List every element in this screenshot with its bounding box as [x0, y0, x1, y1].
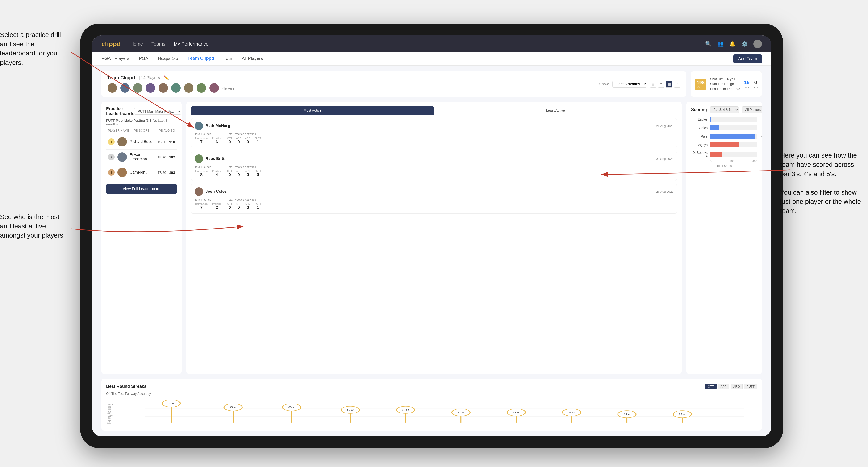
panel-title: Practice Leaderboards — [106, 106, 134, 116]
view-icon-card[interactable]: ▦ — [666, 81, 673, 88]
scoring-filter1[interactable]: Par 3, 4 & 5s — [710, 106, 739, 113]
nav-my-performance[interactable]: My Performance — [174, 41, 209, 47]
three-col: Practice Leaderboards PUTT Must Make Put… — [101, 102, 762, 374]
svg-text:4x: 4x — [458, 411, 465, 414]
subnav-pga[interactable]: PGA — [139, 56, 148, 62]
player-card-name: Blair McHarg — [195, 122, 230, 130]
navbar-icons: 🔍 👥 🔔 ⚙️ — [705, 40, 762, 48]
stats-row-2: Total Rounds Tournament 8 Practice 4 — [195, 165, 673, 177]
bar-track-eagles: 3 — [710, 117, 757, 122]
chart-x-title: Total Shots — [691, 164, 757, 167]
practice-leaderboards-panel: Practice Leaderboards PUTT Must Make Put… — [101, 102, 182, 374]
stat-practice: Practice 6 — [212, 137, 221, 145]
streaks-tab-app[interactable]: APP — [718, 383, 729, 390]
team-title: Team Clippd — [107, 75, 135, 81]
stats-values-activities-2: OTT 0 APP 0 ARG 0 — [227, 169, 261, 177]
shot-yds: 16 yds 0 yds — [744, 80, 758, 89]
people-icon[interactable]: 👥 — [717, 41, 724, 47]
navbar-links: Home Teams My Performance — [130, 41, 696, 47]
svg-text:6x: 6x — [288, 406, 295, 409]
player-avatar[interactable] — [120, 83, 130, 93]
tablet-screen: clippd Home Teams My Performance 🔍 👥 🔔 ⚙… — [92, 35, 771, 436]
stats-group-rounds-3: Total Rounds Tournament 7 Practice 2 — [195, 198, 221, 210]
stat-app-2: APP 0 — [236, 169, 241, 177]
team-count: | 14 Players — [139, 75, 160, 80]
add-team-button[interactable]: Add Team — [733, 55, 762, 63]
bar-value-bogeys: 311 — [762, 143, 762, 146]
leaderboard-subtitle: PUTT Must Make Putting (3-6 ft), Last 3 … — [106, 119, 177, 126]
shot-details: Shot Dist: 16 yds Start Lie: Rough End L… — [710, 76, 740, 92]
lb-avatar — [118, 137, 127, 147]
lb-columns: PLAYER NAME PB SCORE PB AVG SQ — [106, 129, 177, 132]
stat-tournament-3: Tournament 7 — [195, 203, 208, 210]
stat-practice-2: Practice 4 — [212, 169, 221, 177]
stats-row-3: Total Rounds Tournament 7 Practice 2 — [195, 198, 673, 210]
bar-track-birdies: 96 — [710, 125, 757, 130]
bar-label-eagles: Eagles — [691, 118, 708, 121]
brand-logo: clippd — [101, 40, 121, 48]
show-dropdown[interactable]: Last 3 months Last 6 months Last year — [612, 81, 647, 88]
streaks-tab-putt[interactable]: PUTT — [744, 383, 757, 390]
bar-row-dbogeys: D. Bogeys + 131 — [691, 151, 757, 158]
subnav-pgat[interactable]: PGAT Players — [101, 56, 129, 62]
player-avatar[interactable] — [107, 83, 118, 93]
svg-text:5x: 5x — [347, 408, 354, 411]
scoring-title: Scoring — [691, 107, 707, 112]
stat-arg-2: ARG 0 — [245, 169, 251, 177]
svg-text:3x: 3x — [679, 413, 686, 416]
edit-icon[interactable]: ✏️ — [164, 75, 169, 81]
streaks-title: Best Round Streaks — [106, 384, 147, 389]
view-icon-table[interactable]: ≡ — [658, 81, 664, 88]
streaks-tab-ott[interactable]: OTT — [705, 383, 717, 390]
stats-row: Total Rounds Tournament 7 Practice 6 — [195, 132, 673, 145]
bar-label-bogeys: Bogeys — [691, 143, 708, 147]
chart-x-labels: 0 200 400 — [691, 160, 757, 163]
tab-most-active[interactable]: Most Active — [191, 106, 434, 115]
panel-header: Practice Leaderboards PUTT Must Make Put… — [106, 106, 177, 116]
scoring-header: Scoring Par 3, 4 & 5s All Players — [691, 106, 757, 113]
subnav-team-clippd[interactable]: Team Clippd — [187, 56, 214, 62]
user-avatar[interactable] — [753, 40, 762, 48]
streaks-subtitle: Off The Tee, Fairway Accuracy — [106, 392, 757, 396]
nav-teams[interactable]: Teams — [151, 41, 165, 47]
view-icon-grid[interactable]: ⊞ — [650, 81, 656, 88]
subnav-hcaps[interactable]: Hcaps 1-5 — [158, 56, 178, 62]
player-avatar[interactable] — [171, 83, 181, 93]
view-icon-list[interactable]: ↕ — [674, 81, 680, 88]
player-avatar[interactable] — [158, 83, 168, 93]
scoring-filter2[interactable]: All Players — [742, 106, 762, 113]
team-info-left: Team Clippd | 14 Players ✏️ — [107, 75, 234, 93]
yds-end: 0 yds — [753, 80, 758, 89]
player-card-2: Rees Britt 02 Sep 2023 Total Rounds Tour… — [191, 151, 677, 181]
bar-fill-pars — [710, 134, 755, 139]
main-content: Team Clippd | 14 Players ✏️ — [92, 66, 771, 436]
stat-putt-2: PUTT 0 — [254, 169, 261, 177]
stats-values: Tournament 7 Practice 6 — [195, 137, 221, 145]
subnav: PGAT Players PGA Hcaps 1-5 Team Clippd T… — [92, 52, 771, 66]
player-avatar[interactable] — [145, 83, 156, 93]
player-card-name-3: Josh Coles — [195, 187, 227, 196]
player-avatar[interactable] — [184, 83, 194, 93]
subnav-tour[interactable]: Tour — [224, 56, 232, 62]
bar-fill-bogeys — [710, 142, 739, 148]
leaderboard-dropdown[interactable]: PUTT Must Make Putting... — [134, 108, 181, 115]
subnav-all-players[interactable]: All Players — [242, 56, 263, 62]
bell-icon[interactable]: 🔔 — [729, 41, 736, 47]
stats-values-activities-3: OTT 0 APP 0 ARG 0 — [227, 203, 261, 210]
stats-group-activities: Total Practice Activities OTT 0 APP 0 — [227, 132, 261, 145]
streaks-tab-arg[interactable]: ARG — [731, 383, 743, 390]
search-icon[interactable]: 🔍 — [705, 41, 712, 47]
show-label: Show: — [599, 82, 610, 86]
settings-icon[interactable]: ⚙️ — [741, 41, 748, 47]
player-avatar[interactable] — [196, 83, 207, 93]
bar-track-dbogeys: 131 — [710, 152, 757, 157]
player-avatar[interactable] — [209, 83, 219, 93]
nav-home[interactable]: Home — [130, 41, 143, 47]
player-card-1: Blair McHarg 26 Aug 2023 Total Rounds To… — [191, 118, 677, 148]
stat-putt: PUTT 1 — [254, 137, 261, 145]
navbar: clippd Home Teams My Performance 🔍 👥 🔔 ⚙… — [92, 35, 771, 52]
player-avatar[interactable] — [132, 83, 143, 93]
bar-fill-dbogeys — [710, 152, 722, 157]
view-full-leaderboard-button[interactable]: View Full Leaderboard — [106, 184, 177, 194]
tab-least-active[interactable]: Least Active — [434, 106, 677, 115]
